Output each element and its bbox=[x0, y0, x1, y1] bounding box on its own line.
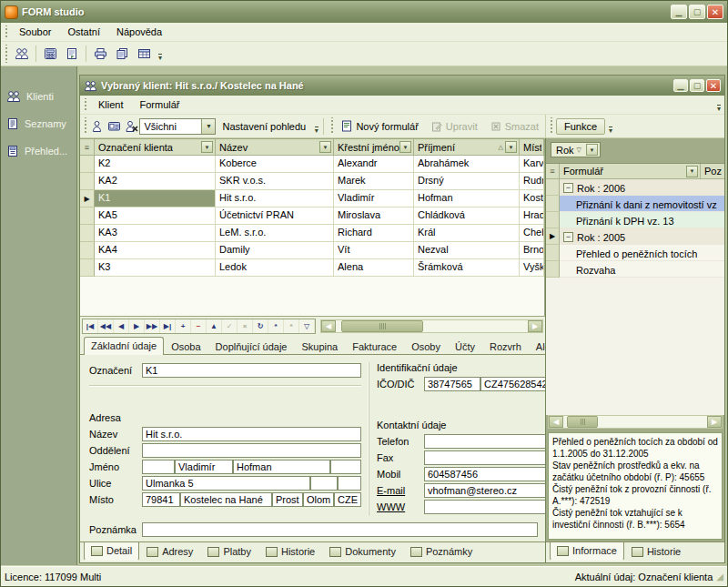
nazev-field[interactable]: Hit s.r.o. bbox=[142, 427, 361, 441]
cell-formular[interactable]: − Přiznání k dani z nemovitostí vz bbox=[560, 196, 724, 212]
column-filter-icon[interactable]: ▼ bbox=[399, 141, 411, 153]
sidebar-item-seznamy[interactable]: Seznamy bbox=[1, 110, 76, 137]
cell-oznaceni[interactable]: KA3 bbox=[95, 225, 216, 242]
edit-button[interactable]: Upravit bbox=[425, 117, 484, 136]
row-selector[interactable]: ▶ bbox=[546, 179, 560, 196]
row-selector[interactable]: ▶ bbox=[546, 245, 560, 261]
info-tab[interactable]: Historie bbox=[624, 543, 688, 560]
client-row[interactable]: ▶ KA2 SKR v.o.s. Marek Drsný Rudná bbox=[80, 173, 544, 190]
client-row[interactable]: ▶ K1 Hit s.r.o. Vladimír Hofman Kostelec… bbox=[80, 190, 544, 207]
cell-nazev[interactable]: SKR v.o.s. bbox=[216, 173, 334, 190]
cell-prijmeni[interactable]: Chládková bbox=[414, 207, 520, 225]
nav-cancel-button[interactable]: × bbox=[238, 319, 253, 333]
cell-prijmeni[interactable]: Abrahámek bbox=[414, 156, 520, 173]
bottom-tab[interactable]: Detail bbox=[84, 542, 139, 561]
cell-nazev[interactable]: Damily bbox=[216, 242, 334, 259]
cell-krestni[interactable]: Richard bbox=[334, 225, 414, 242]
telefon-field[interactable] bbox=[424, 434, 545, 449]
nav-prior-page-button[interactable]: ◀◀ bbox=[98, 319, 114, 333]
kraj-field[interactable]: Olom bbox=[303, 492, 334, 507]
toolbar-grip[interactable] bbox=[3, 45, 9, 63]
menu-ostatni[interactable]: Ostatní bbox=[59, 24, 107, 40]
detail-tab[interactable]: Fakturace bbox=[345, 338, 404, 354]
misto-field[interactable]: Kostelec na Hané bbox=[180, 492, 272, 507]
column-header-poz[interactable]: Poz bbox=[701, 164, 724, 178]
cell-nazev[interactable]: Koberce bbox=[216, 156, 334, 173]
copies-button[interactable] bbox=[111, 44, 133, 64]
detail-tab[interactable]: Skupina bbox=[294, 338, 345, 354]
cislo-popisne-field[interactable] bbox=[310, 476, 338, 491]
email-field[interactable]: vhofman@stereo.cz bbox=[424, 483, 545, 498]
scroll-right-icon[interactable]: ▶ bbox=[528, 320, 542, 332]
scroll-left-icon[interactable]: ◀ bbox=[321, 320, 336, 332]
column-filter-icon[interactable]: ▼ bbox=[505, 141, 517, 153]
titul-pred-field[interactable] bbox=[142, 460, 175, 474]
prijmeni-field[interactable]: Hofman bbox=[233, 460, 330, 474]
row-selector[interactable]: ▶ bbox=[80, 242, 95, 259]
cell-misto[interactable]: Brno bbox=[520, 242, 544, 259]
collapse-group-icon[interactable]: − bbox=[563, 232, 573, 242]
detail-tab[interactable]: Osoby bbox=[404, 338, 448, 354]
row-selector[interactable]: ▶ bbox=[80, 225, 95, 242]
stat-field[interactable]: CZE bbox=[334, 492, 361, 507]
maximize-button[interactable]: ▢ bbox=[689, 5, 705, 19]
info-tab[interactable]: Informace bbox=[550, 542, 624, 561]
menu-klient[interactable]: Klient bbox=[90, 96, 132, 113]
client-row[interactable]: ▶ K3 Ledok Alena Šrámková Vyškov bbox=[80, 259, 544, 277]
nav-prior-button[interactable]: ◀ bbox=[114, 319, 129, 333]
nav-refresh-button[interactable]: ↻ bbox=[253, 319, 268, 333]
column-header-formular[interactable]: Formulář▼ bbox=[560, 164, 701, 178]
www-link-label[interactable]: WWW bbox=[377, 501, 424, 512]
person-card-button[interactable] bbox=[106, 116, 123, 137]
cell-misto[interactable]: Karviná bbox=[520, 156, 544, 173]
cell-nazev[interactable]: LeM. s.r.o. bbox=[216, 225, 334, 242]
client-maximize-button[interactable]: ▢ bbox=[690, 79, 704, 92]
psc-field[interactable]: 79841 bbox=[142, 492, 180, 507]
nav-insert-button[interactable]: + bbox=[176, 319, 191, 333]
column-header-misto[interactable]: Místo bbox=[520, 139, 544, 155]
cell-formular[interactable]: − Rozvaha bbox=[560, 261, 724, 278]
dic-field[interactable]: CZ475628542 bbox=[480, 377, 545, 391]
toolbar-overflow-icon[interactable]: ▾ bbox=[155, 45, 166, 63]
form-row[interactable]: ▶ − Rok : 2006 bbox=[546, 179, 724, 196]
cell-prijmeni[interactable]: Hofman bbox=[414, 190, 520, 207]
client-row[interactable]: ▶ KA5 Účetnictví PRAN Miroslava Chládkov… bbox=[80, 207, 544, 225]
scroll-right-icon[interactable]: ▶ bbox=[707, 416, 722, 428]
forms-button[interactable] bbox=[61, 44, 83, 64]
form-row[interactable]: ▶ − Rok : 2005 bbox=[546, 228, 724, 245]
nav-last-button[interactable]: ▶| bbox=[160, 319, 176, 333]
close-button[interactable]: ✕ bbox=[707, 5, 723, 19]
print-button[interactable] bbox=[89, 44, 111, 64]
cell-krestni[interactable]: Marek bbox=[334, 173, 414, 190]
nav-post-button[interactable]: ✓ bbox=[222, 319, 238, 333]
row-selector[interactable]: ▶ bbox=[546, 212, 560, 228]
clients-button[interactable] bbox=[11, 44, 33, 64]
client-row[interactable]: ▶ KA4 Damily Vít Nezval Brno bbox=[80, 242, 544, 259]
nav-first-button[interactable]: |◀ bbox=[83, 319, 98, 333]
delete-person-button[interactable] bbox=[123, 116, 140, 137]
bottom-tab[interactable]: Platby bbox=[200, 543, 258, 560]
bottom-tab[interactable]: Poznámky bbox=[403, 543, 480, 560]
titul-za-field[interactable] bbox=[330, 460, 361, 474]
grid-corner-button[interactable]: ≡ bbox=[80, 139, 95, 155]
cell-formular[interactable]: − Rok : 2005 bbox=[560, 228, 724, 245]
toolbar-grip[interactable] bbox=[548, 117, 554, 135]
toolbar-grip[interactable] bbox=[329, 117, 333, 135]
jmeno-field[interactable]: Vladimír bbox=[175, 460, 233, 474]
detail-tab[interactable]: Účty bbox=[448, 338, 482, 354]
menu-napoveda[interactable]: Nápověda bbox=[108, 24, 170, 40]
menu-formular[interactable]: Formulář bbox=[132, 96, 188, 113]
cell-prijmeni[interactable]: Král bbox=[414, 225, 520, 242]
cell-formular[interactable]: − Rok : 2006 bbox=[560, 179, 724, 196]
form-row[interactable]: ▶ − Rozvaha bbox=[546, 261, 724, 278]
sidebar-item-prehled[interactable]: Přehled... bbox=[1, 137, 76, 165]
okres-field[interactable]: Prost bbox=[272, 492, 303, 507]
toolbar-overflow-icon[interactable]: ▾ bbox=[605, 117, 616, 136]
scrollbar-thumb[interactable] bbox=[567, 416, 598, 428]
client-row[interactable]: ▶ K2 Koberce Alexandr Abrahámek Karviná bbox=[80, 156, 544, 173]
cell-krestni[interactable]: Alexandr bbox=[334, 156, 414, 173]
cell-krestni[interactable]: Alena bbox=[334, 259, 414, 277]
oddeleni-field[interactable] bbox=[142, 443, 361, 458]
form-row[interactable]: ▶ − Přehled o peněžních tocích bbox=[546, 245, 724, 261]
cell-misto[interactable]: Cheb bbox=[520, 225, 544, 242]
